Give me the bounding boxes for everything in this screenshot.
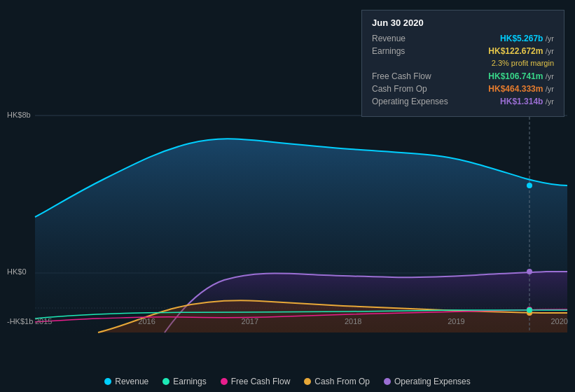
- legend-label-cashfromop: Cash From Op: [314, 377, 370, 386]
- x-label-2017: 2017: [242, 317, 258, 326]
- x-axis: 2015 2016 2017 2018 2019 2020: [35, 317, 568, 326]
- tooltip-opex-label: Operating Expenses: [372, 97, 449, 106]
- legend-dot-opex: [384, 378, 391, 385]
- tooltip-fcf-label: Free Cash Flow: [372, 71, 449, 81]
- tooltip-row-cashfromop: Cash From Op HK$464.333m /yr: [372, 84, 554, 94]
- legend-item-opex[interactable]: Operating Expenses: [384, 377, 471, 386]
- legend-dot-revenue: [104, 378, 111, 385]
- legend-label-revenue: Revenue: [115, 377, 148, 386]
- tooltip-row-fcf: Free Cash Flow HK$106.741m /yr: [372, 71, 554, 81]
- legend-label-fcf: Free Cash Flow: [231, 377, 291, 386]
- legend-item-cashfromop[interactable]: Cash From Op: [304, 377, 370, 386]
- legend-label-earnings: Earnings: [173, 377, 206, 386]
- tooltip-cashfromop-label: Cash From Op: [372, 84, 449, 94]
- legend-dot-earnings: [162, 378, 169, 385]
- x-label-2019: 2019: [448, 317, 464, 326]
- x-label-2018: 2018: [345, 317, 361, 326]
- tooltip-revenue-label: Revenue: [372, 34, 449, 43]
- legend-dot-fcf: [221, 378, 228, 385]
- tooltip-profit-margin: 2.3% profit margin: [492, 59, 554, 67]
- legend-item-fcf[interactable]: Free Cash Flow: [221, 377, 291, 386]
- tooltip-row-earnings: Earnings HK$122.672m /yr: [372, 46, 554, 56]
- legend-dot-cashfromop: [304, 378, 311, 385]
- chart-legend: Revenue Earnings Free Cash Flow Cash Fro…: [0, 377, 575, 386]
- svg-point-5: [527, 269, 532, 274]
- tooltip-earnings-value: HK$122.672m /yr: [488, 46, 554, 56]
- tooltip-row-margin: 2.3% profit margin: [372, 59, 554, 67]
- y-label-bot: -HK$1b: [7, 317, 33, 326]
- svg-point-8: [527, 307, 532, 313]
- y-label-top: HK$8b: [7, 111, 31, 119]
- tooltip-cashfromop-value: HK$464.333m /yr: [488, 84, 554, 94]
- tooltip-box: Jun 30 2020 Revenue HK$5.267b /yr Earnin…: [361, 10, 564, 117]
- tooltip-revenue-value: HK$5.267b /yr: [500, 34, 554, 43]
- tooltip-earnings-label: Earnings: [372, 46, 449, 56]
- tooltip-row-revenue: Revenue HK$5.267b /yr: [372, 34, 554, 43]
- y-label-mid: HK$0: [7, 267, 27, 276]
- tooltip-fcf-value: HK$106.741m /yr: [488, 71, 554, 81]
- legend-item-revenue[interactable]: Revenue: [104, 377, 148, 386]
- x-label-2015: 2015: [35, 317, 52, 326]
- tooltip-opex-value: HK$1.314b /yr: [500, 97, 554, 106]
- x-label-2016: 2016: [138, 317, 155, 326]
- svg-point-4: [527, 183, 532, 188]
- x-label-2020: 2020: [550, 317, 567, 326]
- tooltip-row-opex: Operating Expenses HK$1.314b /yr: [372, 97, 554, 106]
- tooltip-date: Jun 30 2020: [372, 18, 554, 28]
- legend-label-opex: Operating Expenses: [394, 377, 471, 386]
- legend-item-earnings[interactable]: Earnings: [162, 377, 206, 386]
